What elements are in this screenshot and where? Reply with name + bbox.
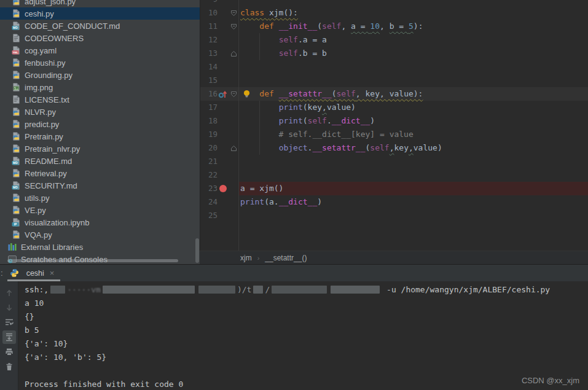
tree-item[interactable]: predict.py — [0, 118, 200, 130]
print-icon — [4, 347, 14, 357]
tree-item[interactable]: VE.py — [0, 204, 200, 216]
console-line: a 10 — [25, 297, 588, 310]
tree-item[interactable]: utils.py — [0, 192, 200, 204]
tree-vertical-scrollbar[interactable] — [195, 238, 199, 263]
code-line-20[interactable]: 20 object.__setattr__(self,key,value) — [200, 141, 588, 155]
tree-item[interactable]: fenbushi.py — [0, 57, 200, 69]
tree-item[interactable]: NLVR.py — [0, 106, 200, 118]
code-line-10[interactable]: 10class xjm(): — [200, 6, 588, 20]
code-token: ( — [332, 89, 337, 98]
run-tab-ceshi[interactable]: ceshi × — [10, 268, 55, 278]
code-line-17[interactable]: 17 print(key,value) — [200, 101, 588, 114]
soft-wrap-button[interactable] — [2, 316, 16, 329]
line-number: 10 — [200, 6, 218, 20]
breadcrumb-class[interactable]: xjm — [240, 254, 252, 262]
tree-item[interactable]: Pretrain.py — [0, 130, 200, 142]
code-token: self — [322, 21, 341, 31]
fold-collapse-icon[interactable] — [230, 23, 237, 30]
notebook-file-icon: IP — [11, 217, 21, 227]
fold-collapse-icon[interactable] — [230, 10, 237, 17]
code-line-21[interactable]: 21 — [200, 155, 588, 168]
code-text: def __init__(self, a = 10, b = 5): — [238, 20, 588, 33]
redacted-block — [272, 286, 327, 294]
code-line-25[interactable]: 25 — [200, 209, 588, 222]
tree-item[interactable]: img.png — [0, 81, 200, 93]
breadcrumb-method[interactable]: __setattr__() — [265, 254, 307, 262]
overrides-method-icon[interactable] — [218, 90, 227, 99]
code-text: self.a = a — [238, 33, 588, 47]
python-file-icon — [11, 107, 21, 117]
down-arrow-button[interactable] — [2, 301, 16, 314]
code-text — [238, 74, 588, 87]
code-token: class — [240, 8, 269, 17]
code-line-13[interactable]: 13 self.b = b — [200, 47, 588, 60]
pycharm-window: adjust_json.pyceshi.pyMDCODE_OF_CONDUCT.… — [0, 0, 588, 390]
close-icon[interactable]: × — [50, 268, 55, 278]
tree-horizontal-scrollbar[interactable] — [7, 259, 178, 262]
tree-item[interactable]: Grounding.py — [0, 69, 200, 81]
code-editor[interactable]: 910class xjm():11 def __init__(self, a =… — [200, 0, 588, 251]
code-line-15[interactable]: 15 — [200, 74, 588, 87]
tree-item[interactable]: ceshi.py — [0, 7, 200, 20]
code-line-14[interactable]: 14 — [200, 60, 588, 74]
code-text — [238, 168, 588, 182]
tree-item[interactable]: Scratches and Consoles — [0, 253, 200, 264]
console-command-line: ssh:,·····vm)/t/ -u /home/wangyn/xjm/ALB… — [25, 283, 588, 297]
print-button[interactable] — [2, 345, 16, 359]
fold-end-icon[interactable] — [230, 50, 237, 57]
code-token: a = xjm() — [240, 184, 283, 193]
tree-item-label: NLVR.py — [25, 107, 56, 117]
code-line-24[interactable]: 24print(a.__dict__) — [200, 195, 588, 209]
tree-item[interactable]: LICENSE.txt — [0, 93, 200, 106]
tree-item[interactable]: YMLcog.yaml — [0, 44, 200, 57]
soft-wrap-icon — [4, 318, 14, 327]
tree-item[interactable]: IPvisualization.ipynb — [0, 216, 200, 228]
fold-slot — [230, 33, 238, 47]
redacted-block — [50, 286, 65, 294]
tree-item[interactable]: Retrieval.py — [0, 167, 200, 179]
code-token: self — [279, 49, 298, 58]
code-text — [238, 0, 588, 6]
code-line-18[interactable]: 18 print(self.__dict__) — [200, 114, 588, 128]
code-line-12[interactable]: 12 self.a = a — [200, 33, 588, 47]
code-line-16[interactable]: 16 def __setattr__(self, key, value): — [200, 87, 588, 101]
code-line-19[interactable]: 19 # self.__dict__[key] = value — [200, 128, 588, 141]
up-arrow-button[interactable] — [2, 286, 16, 300]
clear-all-button[interactable] — [2, 360, 16, 373]
code-line-23[interactable]: 23a = xjm() — [200, 182, 588, 195]
line-number: 23 — [200, 182, 218, 195]
code-text: print(key,value) — [238, 101, 588, 114]
breakpoint-icon[interactable] — [219, 185, 227, 192]
fold-slot — [230, 47, 238, 60]
python-file-icon — [11, 70, 21, 80]
tree-item[interactable]: MDSECURITY.md — [0, 179, 200, 192]
console-output[interactable]: ssh:,·····vm)/t/ -u /home/wangyn/xjm/ALB… — [18, 281, 588, 390]
fold-slot — [230, 0, 238, 6]
line-number: 20 — [200, 141, 218, 155]
tree-item-label: CODEOWNERS — [25, 34, 84, 43]
code-token: , key, value): — [356, 89, 423, 98]
code-line-9[interactable]: 9 — [200, 0, 588, 6]
tree-item-label: cog.yaml — [25, 46, 57, 55]
gutter-slot — [218, 6, 230, 20]
tree-item[interactable]: External Libraries — [0, 241, 200, 253]
scroll-to-end-button[interactable] — [2, 330, 16, 344]
tree-item[interactable]: MDCODE_OF_CONDUCT.md — [0, 20, 200, 32]
tree-item[interactable]: MDREADME.md — [0, 155, 200, 167]
code-text — [238, 60, 588, 74]
tree-item[interactable]: CODEOWNERS — [0, 32, 200, 44]
code-token: print — [240, 197, 264, 206]
intention-bulb-icon[interactable] — [243, 90, 251, 98]
tree-item[interactable]: Pretrain_nlvr.py — [0, 142, 200, 155]
code-line-11[interactable]: 11 def __init__(self, a = 10, b = 5): — [200, 20, 588, 33]
tree-item[interactable]: adjust_json.py — [0, 0, 200, 7]
fold-end-icon[interactable] — [230, 145, 237, 152]
code-text: self.b = b — [238, 47, 588, 60]
code-line-22[interactable]: 22 — [200, 168, 588, 182]
indent-guide — [259, 101, 260, 155]
code-token: a = — [351, 21, 370, 31]
code-token: . — [327, 116, 332, 125]
console-line: {'a': 10, 'b': 5} — [25, 351, 588, 364]
tree-item[interactable]: VQA.py — [0, 228, 200, 241]
fold-collapse-icon[interactable] — [230, 91, 237, 98]
